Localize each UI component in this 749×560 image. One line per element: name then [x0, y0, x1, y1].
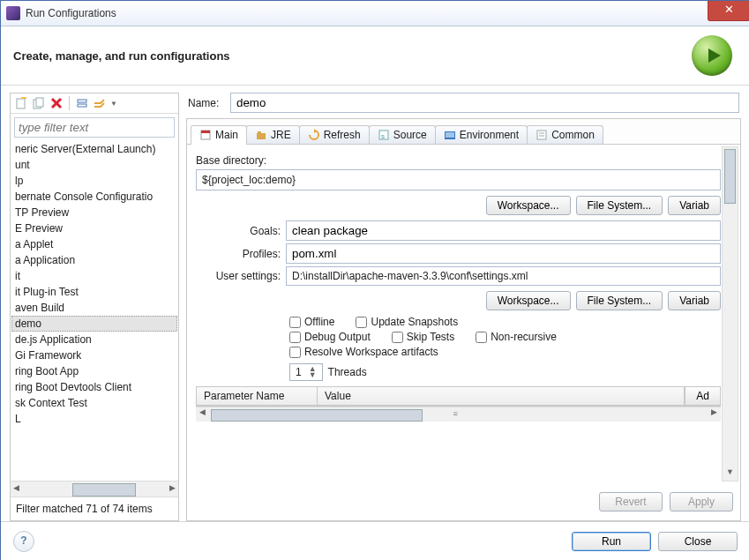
col-parameter-name[interactable]: Parameter Name — [197, 387, 318, 405]
run-orb-icon — [692, 35, 732, 76]
tab-bar: Main JRE Refresh sSource Environment Com… — [187, 119, 740, 145]
refresh-tab-icon — [308, 129, 320, 141]
filter-status: Filter matched 71 of 74 items — [11, 497, 178, 520]
run-button[interactable]: Run — [572, 532, 651, 551]
tree-item[interactable]: Gi Framework — [11, 347, 177, 363]
left-panel: ▼ neric Server(External Launch)untlpbern… — [10, 93, 179, 521]
usersettings-variables-button[interactable]: Variab — [668, 291, 721, 310]
add-param-button[interactable]: Ad — [685, 387, 720, 405]
tree-item[interactable]: ring Boot App — [11, 363, 177, 379]
col-value[interactable]: Value — [318, 387, 685, 405]
usersettings-workspace-button[interactable]: Workspace... — [486, 291, 571, 310]
basedir-filesystem-button[interactable]: File System... — [576, 196, 663, 215]
base-dir-label: Base directory: — [196, 154, 721, 167]
svg-rect-18 — [537, 131, 546, 139]
tab-main-content: ▲▼ Base directory: ${project_loc:demo} W… — [187, 145, 740, 483]
revert-button[interactable]: Revert — [599, 492, 663, 511]
toolbar-dropdown-arrow[interactable]: ▼ — [110, 100, 117, 108]
basedir-workspace-button[interactable]: Workspace... — [486, 196, 571, 215]
profiles-label: Profiles: — [196, 248, 281, 260]
svg-marker-0 — [708, 49, 721, 63]
tree-item[interactable]: a Application — [11, 252, 177, 268]
tree-item[interactable]: E Preview — [11, 220, 177, 236]
svg-rect-11 — [257, 133, 266, 139]
name-input[interactable] — [230, 93, 739, 113]
debug-output-checkbox[interactable]: Debug Output — [289, 331, 371, 343]
svg-text:s: s — [381, 132, 385, 140]
source-tab-icon: s — [378, 129, 390, 141]
base-dir-field[interactable]: ${project_loc:demo} — [196, 169, 721, 190]
duplicate-icon[interactable] — [32, 96, 46, 110]
env-tab-icon — [444, 129, 456, 141]
svg-rect-10 — [201, 131, 210, 133]
tree-item[interactable]: L — [11, 411, 177, 427]
tab-main[interactable]: Main — [191, 125, 247, 145]
skip-tests-checkbox[interactable]: Skip Tests — [392, 331, 454, 343]
svg-rect-17 — [446, 132, 454, 138]
eclipse-icon — [6, 6, 20, 20]
scroll-grip-icon: ≡ — [453, 409, 458, 418]
dialog-footer: ? Run Close — [1, 521, 749, 560]
tree-item[interactable]: sk Context Test — [11, 395, 177, 411]
threads-label: Threads — [328, 366, 367, 378]
help-button[interactable]: ? — [13, 531, 34, 552]
svg-rect-7 — [78, 100, 86, 102]
close-button[interactable]: Close — [658, 532, 738, 551]
dialog-heading: Create, manage, and run configurations — [13, 49, 692, 63]
apply-button[interactable]: Apply — [670, 492, 733, 511]
collapse-all-icon[interactable] — [75, 96, 89, 110]
jre-tab-icon — [255, 129, 267, 141]
filter-input[interactable] — [14, 117, 175, 138]
common-tab-icon — [536, 129, 548, 141]
window-close-button[interactable]: ✕ — [708, 1, 749, 21]
threads-spinner[interactable]: 1▲▼ — [289, 363, 323, 381]
user-settings-label: User settings: — [196, 270, 281, 282]
svg-rect-8 — [78, 104, 86, 107]
left-toolbar: ▼ — [11, 93, 178, 114]
goals-label: Goals: — [196, 225, 281, 237]
window-title: Run Configurations — [26, 7, 116, 19]
dialog-header: Create, manage, and run configurations — [1, 26, 749, 86]
basedir-variables-button[interactable]: Variab — [668, 196, 721, 215]
tree-item[interactable]: TP Preview — [11, 205, 177, 220]
tree-item[interactable]: it — [11, 268, 177, 284]
tree-item[interactable]: a Applet — [11, 236, 177, 252]
usersettings-filesystem-button[interactable]: File System... — [576, 291, 663, 310]
run-config-dialog: Run Configurations ✕ Create, manage, and… — [0, 0, 749, 560]
tree-item[interactable]: de.js Application — [11, 332, 177, 347]
tree-hscrollbar[interactable]: ◀ ▶ — [11, 481, 178, 497]
update-snapshots-checkbox[interactable]: Update Snapshots — [356, 316, 458, 328]
tree-item[interactable]: unt — [11, 157, 177, 173]
tab-refresh[interactable]: Refresh — [299, 125, 370, 144]
tab-common[interactable]: Common — [527, 125, 603, 144]
user-settings-input[interactable]: D:\installDir\apache-maven-3.3.9\conf\se… — [286, 266, 721, 286]
parameters-table: Parameter Name Value Ad — [196, 386, 721, 407]
non-recursive-checkbox[interactable]: Non-recursive — [476, 331, 557, 343]
tree-item[interactable]: ring Boot Devtools Client — [11, 379, 177, 395]
delete-icon[interactable] — [49, 96, 64, 110]
name-label: Name: — [188, 97, 225, 109]
svg-rect-1 — [17, 99, 25, 108]
config-tree[interactable]: neric Server(External Launch)untlpbernat… — [11, 141, 177, 481]
tree-item[interactable]: demo — [11, 316, 177, 332]
main-tab-icon — [199, 129, 212, 141]
params-hscrollbar[interactable]: ◀ ≡ ▶ — [196, 407, 721, 422]
svg-rect-4 — [36, 98, 43, 107]
tree-item[interactable]: it Plug-in Test — [11, 284, 177, 300]
new-config-icon[interactable] — [14, 96, 28, 110]
profiles-input[interactable] — [286, 243, 721, 264]
offline-checkbox[interactable]: Offline — [289, 316, 334, 328]
titlebar[interactable]: Run Configurations ✕ — [1, 1, 749, 26]
tree-item[interactable]: neric Server(External Launch) — [11, 141, 177, 157]
tree-item[interactable]: bernate Console Configuratio — [11, 189, 177, 205]
goals-input[interactable] — [286, 220, 721, 241]
tree-item[interactable]: lp — [11, 173, 177, 189]
tab-source[interactable]: sSource — [369, 125, 436, 144]
svg-rect-2 — [21, 97, 26, 99]
content-vscrollbar[interactable]: ▲▼ — [722, 146, 738, 482]
tree-item[interactable]: aven Build — [11, 300, 177, 316]
filter-icon[interactable] — [93, 96, 107, 110]
tab-jre[interactable]: JRE — [246, 125, 300, 144]
tab-environment[interactable]: Environment — [435, 125, 528, 144]
resolve-workspace-checkbox[interactable]: Resolve Workspace artifacts — [289, 346, 438, 358]
